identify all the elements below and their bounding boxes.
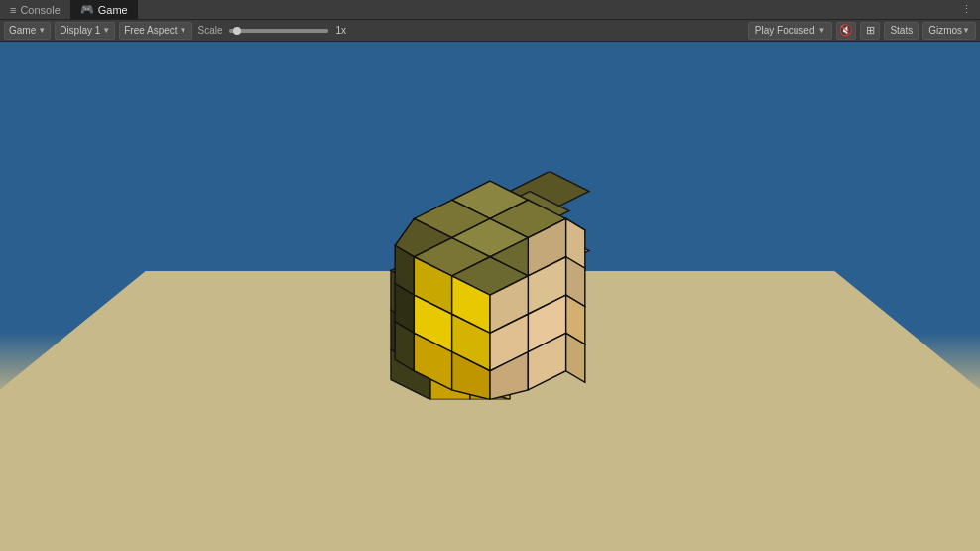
play-focused-button[interactable]: Play Focused ▼ [748, 22, 833, 40]
play-focused-chevron-icon: ▼ [817, 26, 825, 35]
display-chevron-icon: ▼ [102, 26, 110, 35]
tab-game[interactable]: 🎮 Game [70, 0, 138, 19]
aspect-dropdown[interactable]: Free Aspect ▼ [119, 22, 191, 40]
toolbar: Game ▼ Display 1 ▼ Free Aspect ▼ Scale 1… [0, 20, 980, 42]
scale-thumb [233, 27, 241, 35]
game-dropdown[interactable]: Game ▼ [4, 22, 51, 40]
tab-game-label: Game [98, 4, 128, 16]
scale-slider[interactable] [229, 29, 328, 33]
gizmos-chevron-icon: ▼ [962, 26, 970, 35]
aspect-label: Free Aspect [124, 25, 177, 36]
console-icon: ≡ [10, 4, 16, 16]
display-dropdown[interactable]: Display 1 ▼ [55, 22, 115, 40]
tab-more-button[interactable]: ⋮ [953, 3, 980, 16]
game-controller-icon: 🎮 [80, 3, 94, 16]
game-chevron-icon: ▼ [38, 26, 46, 35]
maximize-button[interactable]: ⊞ [860, 22, 880, 40]
cube-main-svg [381, 171, 599, 399]
toolbar-right: Play Focused ▼ 🔇 ⊞ Stats Gizmos ▼ [748, 22, 976, 40]
scale-label: Scale [196, 25, 225, 36]
mute-button[interactable]: 🔇 [836, 22, 856, 40]
game-viewport[interactable] [0, 42, 980, 551]
scale-track [229, 29, 328, 33]
game-label: Game [9, 25, 36, 36]
gizmos-button[interactable]: Gizmos ▼ [922, 22, 976, 40]
more-icon: ⋮ [961, 3, 972, 15]
tab-console-label: Console [20, 4, 60, 16]
aspect-chevron-icon: ▼ [180, 26, 187, 35]
scale-value: 1x [332, 25, 351, 36]
cube-object [381, 171, 599, 399]
display-label: Display 1 [60, 25, 100, 36]
mute-icon: 🔇 [839, 24, 853, 37]
play-focused-label: Play Focused [755, 25, 815, 36]
tab-bar: ≡ Console 🎮 Game ⋮ [0, 0, 980, 20]
gizmos-label: Gizmos [928, 25, 962, 36]
tab-console[interactable]: ≡ Console [0, 0, 70, 19]
stats-button[interactable]: Stats [884, 22, 919, 40]
stats-label: Stats [890, 25, 913, 36]
maximize-icon: ⊞ [866, 24, 875, 37]
